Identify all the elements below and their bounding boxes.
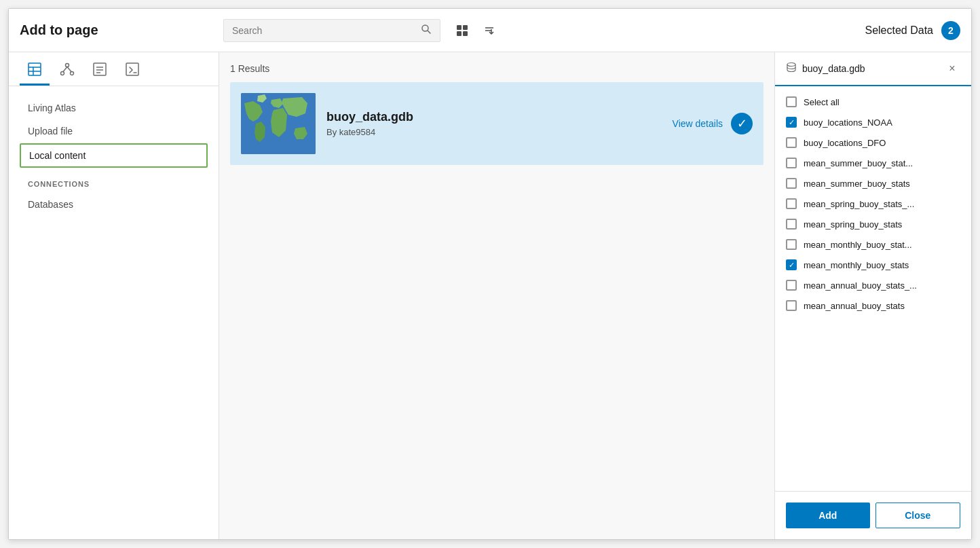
sidebar-tab-table[interactable] <box>20 56 50 86</box>
svg-rect-9 <box>29 63 41 75</box>
sidebar-item-databases[interactable]: Databases <box>20 194 208 215</box>
selected-count-badge: 2 <box>941 21 960 40</box>
layer-item-4[interactable]: mean_spring_buoy_stats_... <box>775 194 971 214</box>
layer-label-2: mean_summer_buoy_stat... <box>804 158 913 168</box>
database-icon <box>786 62 797 75</box>
layer-checkbox-6[interactable] <box>786 239 797 250</box>
page-title: Add to page <box>20 22 223 38</box>
layer-label-4: mean_spring_buoy_stats_... <box>804 199 914 209</box>
svg-point-25 <box>787 63 795 67</box>
select-all-checkbox[interactable] <box>786 96 797 107</box>
grid-view-button[interactable] <box>451 20 473 41</box>
svg-line-1 <box>428 31 431 33</box>
panel-db-name: buoy_data.gdb <box>802 63 939 74</box>
layer-checkbox-1[interactable] <box>786 137 797 148</box>
layer-checkbox-4[interactable] <box>786 198 797 209</box>
layer-item-6[interactable]: mean_monthly_buoy_stat... <box>775 234 971 255</box>
app-window: Add to page <box>8 8 972 540</box>
sidebar-item-living-atlas[interactable]: Living Atlas <box>20 97 208 119</box>
layer-checkbox-9[interactable] <box>786 300 797 311</box>
result-card-buoy-data[interactable]: buoy_data.gdb By kate9584 View details ✓ <box>230 82 764 165</box>
layer-checkbox-0[interactable] <box>786 117 797 128</box>
result-author: By kate9584 <box>326 127 662 137</box>
layer-item-0[interactable]: buoy_locations_NOAA <box>775 112 971 132</box>
header-right: Selected Data 2 <box>750 21 960 40</box>
layer-checkbox-3[interactable] <box>786 178 797 189</box>
sidebar-content: Living Atlas Upload file Local content C… <box>9 86 219 539</box>
selected-data-label: Selected Data <box>865 24 933 37</box>
header-icons <box>451 20 500 41</box>
sidebar-tab-terminal[interactable] <box>117 56 147 86</box>
layer-label-5: mean_spring_buoy_stats <box>804 219 902 230</box>
layer-label-3: mean_summer_buoy_stats <box>804 179 910 189</box>
layer-checkbox-5[interactable] <box>786 219 797 230</box>
layer-item-3[interactable]: mean_summer_buoy_stats <box>775 173 971 194</box>
panel-header: buoy_data.gdb × <box>775 52 971 86</box>
svg-point-0 <box>422 25 428 31</box>
sidebar-tabs <box>9 52 219 86</box>
add-button[interactable]: Add <box>786 503 870 528</box>
select-all-label: Select all <box>804 97 840 107</box>
result-thumbnail <box>241 93 316 154</box>
search-icon <box>421 24 432 37</box>
result-name: buoy_data.gdb <box>326 110 662 124</box>
layer-item-5[interactable]: mean_spring_buoy_stats <box>775 214 971 234</box>
layer-item-8[interactable]: mean_annual_buoy_stats_... <box>775 275 971 295</box>
layer-checkbox-8[interactable] <box>786 280 797 291</box>
sidebar-tab-network[interactable] <box>52 56 82 86</box>
layer-item-7[interactable]: mean_monthly_buoy_stats <box>775 255 971 275</box>
layer-item-1[interactable]: buoy_locations_DFO <box>775 132 971 153</box>
layer-label-6: mean_monthly_buoy_stat... <box>804 240 912 250</box>
layer-checkbox-7[interactable] <box>786 259 797 270</box>
body: Living Atlas Upload file Local content C… <box>9 52 971 539</box>
layer-item-9[interactable]: mean_annual_buoy_stats <box>775 295 971 316</box>
panel-layer-list: Select all buoy_locations_NOAA buoy_loca… <box>775 86 971 491</box>
layer-label-8: mean_annual_buoy_stats_... <box>804 280 917 291</box>
svg-rect-3 <box>463 25 468 30</box>
sidebar: Living Atlas Upload file Local content C… <box>9 52 219 539</box>
panel-close-button[interactable]: × <box>944 60 960 77</box>
result-info: buoy_data.gdb By kate9584 <box>326 110 662 137</box>
panel-footer: Add Close <box>775 491 971 539</box>
layer-label-9: mean_annual_buoy_stats <box>804 301 905 311</box>
layer-item-2[interactable]: mean_summer_buoy_stat... <box>775 153 971 173</box>
svg-point-14 <box>61 71 64 75</box>
main-content: 1 Results <box>219 52 774 539</box>
selected-panel: buoy_data.gdb × Select all buoy_location… <box>774 52 971 539</box>
search-input[interactable] <box>232 25 415 36</box>
header-center <box>223 19 750 42</box>
layer-checkbox-2[interactable] <box>786 158 797 168</box>
svg-rect-18 <box>94 63 106 75</box>
sort-button[interactable] <box>478 20 500 41</box>
svg-point-13 <box>66 63 69 67</box>
svg-rect-2 <box>457 25 461 30</box>
sidebar-connections-label: CONNECTIONS <box>20 169 208 194</box>
selected-check-icon: ✓ <box>731 113 753 134</box>
sidebar-item-local-content[interactable]: Local content <box>20 143 208 168</box>
close-button[interactable]: Close <box>875 503 961 528</box>
svg-line-17 <box>67 67 71 71</box>
svg-rect-5 <box>463 31 468 36</box>
svg-point-15 <box>71 71 74 75</box>
results-count: 1 Results <box>230 63 764 74</box>
view-details-button[interactable]: View details <box>673 118 723 129</box>
search-box <box>223 19 440 42</box>
result-actions: View details ✓ <box>673 113 753 134</box>
header: Add to page <box>9 9 971 52</box>
sidebar-item-upload-file[interactable]: Upload file <box>20 120 208 142</box>
layer-label-7: mean_monthly_buoy_stats <box>804 260 909 270</box>
layer-label-0: buoy_locations_NOAA <box>804 117 892 128</box>
select-all-item[interactable]: Select all <box>775 92 971 112</box>
layer-label-1: buoy_locations_DFO <box>804 138 886 148</box>
sidebar-tab-list[interactable] <box>85 56 115 86</box>
svg-line-16 <box>63 67 67 71</box>
svg-rect-4 <box>457 31 461 36</box>
